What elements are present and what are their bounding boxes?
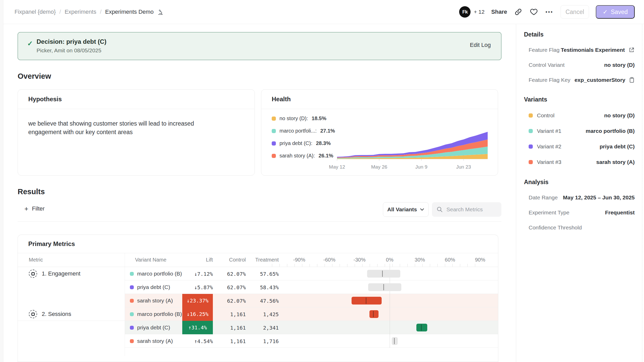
row-highlight — [125, 321, 498, 334]
primary-metrics-title: Primary Metrics — [18, 235, 498, 253]
treatment-value: 2,341 — [237, 325, 279, 331]
ruler-tick — [325, 264, 325, 267]
share-button[interactable]: Share — [491, 9, 507, 15]
table-header: MetricVariant NameLiftControlTreatment-9… — [18, 253, 498, 267]
overview-heading: Overview — [18, 72, 516, 81]
variant-swatch — [529, 144, 533, 149]
point-estimate-tick — [383, 284, 384, 290]
legend-value: 26.1% — [319, 153, 333, 159]
edit-log-button[interactable]: Edit Log — [470, 42, 491, 48]
legend-swatch — [272, 141, 276, 146]
hypothesis-title: Hypothesis — [18, 90, 255, 109]
breadcrumb: Fixpanel {demo} / Experiments / Experime… — [15, 0, 164, 24]
microscope-icon — [157, 9, 164, 15]
search-icon — [437, 206, 443, 213]
results-toolbar: + Filter All Variants — [18, 202, 501, 217]
top-header: Fixpanel {demo} / Experiments / Experime… — [0, 0, 644, 24]
variants-dropdown[interactable]: All Variants — [383, 202, 429, 217]
detail-row: Experiment TypeFrequentist — [529, 209, 635, 216]
ruler-tick — [295, 264, 295, 267]
details-heading: Details — [524, 31, 635, 38]
ruler-tick — [460, 264, 460, 267]
metric-cell[interactable]: 1. Engagement — [29, 270, 80, 278]
breadcrumb-experiments[interactable]: Experiments — [65, 9, 96, 15]
legend-swatch — [272, 117, 276, 121]
divider — [18, 221, 501, 222]
row-highlight — [125, 294, 498, 307]
table-row[interactable]: sarah story (A)↑4.54%1,1611,716 — [18, 334, 498, 348]
ruler-tick — [332, 264, 332, 267]
app-window: Fixpanel {demo} / Experiments / Experime… — [0, 0, 644, 362]
row-label: Variant #2 — [537, 143, 561, 150]
table-row[interactable]: 1. Engagementmarco portfolio (B)↓7.12%62… — [18, 267, 498, 280]
detail-row: Confidence Threshold — [529, 225, 635, 231]
filter-button[interactable]: + Filter — [24, 205, 45, 212]
axis-label: -60% — [316, 257, 342, 263]
ruler-tick — [475, 264, 475, 267]
favorite-heart-icon[interactable] — [529, 8, 538, 16]
legend-item[interactable]: sarah story (A): 26.1% — [272, 153, 335, 159]
clipboard-icon[interactable] — [629, 77, 635, 83]
collaborator-count[interactable]: + 12 — [474, 9, 484, 15]
avatar[interactable]: Fk — [459, 6, 471, 18]
table-row[interactable]: priya debt (C)↑31.4%1,1612,341 — [18, 321, 498, 334]
copy-link-icon[interactable] — [514, 8, 523, 16]
check-icon: ✓ — [27, 40, 33, 48]
ruler-tick — [400, 264, 400, 267]
analysis-section: Analysis Date RangeMay 12, 2025 – Jun 30… — [524, 179, 635, 231]
point-estimate-tick — [394, 338, 395, 344]
scrollbar-track[interactable] — [642, 24, 642, 362]
table-row[interactable]: 2. Sessionsmarco portfolio (B)↓16.25%1,1… — [18, 307, 498, 321]
legend-label: priya debt (C): — [279, 140, 312, 146]
hypothesis-body: we believe that showing customer stories… — [18, 109, 255, 136]
details-sidebar: Details Feature FlagTestimonials Experim… — [516, 24, 644, 362]
decision-banner: ✓ Decision: priya debt (C) Picker, Amit … — [18, 32, 501, 60]
row-value: exp_customerStory — [575, 77, 625, 83]
variant-swatch — [529, 129, 533, 133]
point-estimate-tick — [421, 324, 422, 331]
cancel-button[interactable]: Cancel — [561, 5, 589, 19]
breadcrumb-current: Experiments Demo — [105, 9, 154, 15]
treatment-value: 1,425 — [237, 311, 279, 317]
point-estimate-tick — [373, 311, 374, 317]
breadcrumb-project[interactable]: Fixpanel {demo} — [15, 9, 56, 15]
saved-label: Saved — [611, 9, 628, 16]
ruler-tick — [302, 264, 302, 267]
x-axis-label: Jun 23 — [456, 164, 471, 170]
more-options-button[interactable]: ••• — [545, 8, 554, 16]
table-row[interactable]: priya debt (C)↓5.87%62.07%58.43% — [18, 280, 498, 294]
saved-button[interactable]: ✓ Saved — [596, 5, 635, 19]
ruler-tick — [272, 264, 272, 267]
x-axis-label: May 12 — [329, 164, 345, 170]
legend-item[interactable]: priya debt (C): 28.3% — [272, 140, 335, 146]
variant-swatch — [130, 339, 134, 343]
row-value: Testimonials Experiment — [561, 47, 625, 53]
metric-name: 2. Sessions — [42, 311, 71, 317]
variant-swatch — [130, 312, 134, 316]
metric-goal-icon — [29, 270, 37, 278]
hypothesis-card: Hypothesis we believe that showing custo… — [18, 89, 255, 176]
external-link-icon[interactable] — [628, 47, 635, 53]
table-row[interactable]: sarah story (A)↓23.37%62.07%47.56% — [18, 294, 498, 307]
check-icon: ✓ — [603, 9, 608, 16]
search-input[interactable] — [446, 206, 496, 213]
ruler-tick — [310, 264, 310, 267]
table-body: 1. Engagementmarco portfolio (B)↓7.12%62… — [18, 267, 498, 348]
variant-row: Controlno story (D) — [529, 112, 635, 119]
legend-item[interactable]: no story (D): 18.5% — [272, 115, 335, 121]
health-stacked-area-chart — [335, 120, 491, 162]
plus-icon: + — [24, 205, 28, 212]
legend-item[interactable]: marco portfoli...: 27.1% — [272, 128, 335, 134]
main-content: ✓ Decision: priya debt (C) Picker, Amit … — [3, 24, 516, 362]
ruler-tick — [445, 264, 445, 267]
row-value: no story (D) — [604, 62, 635, 68]
x-axis-label: May 26 — [371, 164, 387, 170]
health-title: Health — [261, 90, 498, 109]
variant-swatch — [130, 299, 134, 303]
point-estimate-tick — [382, 271, 383, 277]
metric-cell[interactable]: 2. Sessions — [29, 310, 71, 318]
metrics-search — [432, 202, 501, 217]
legend-swatch — [272, 129, 276, 133]
variant-row: Variant #3sarah story (A) — [529, 159, 635, 165]
variant-swatch — [529, 113, 533, 118]
